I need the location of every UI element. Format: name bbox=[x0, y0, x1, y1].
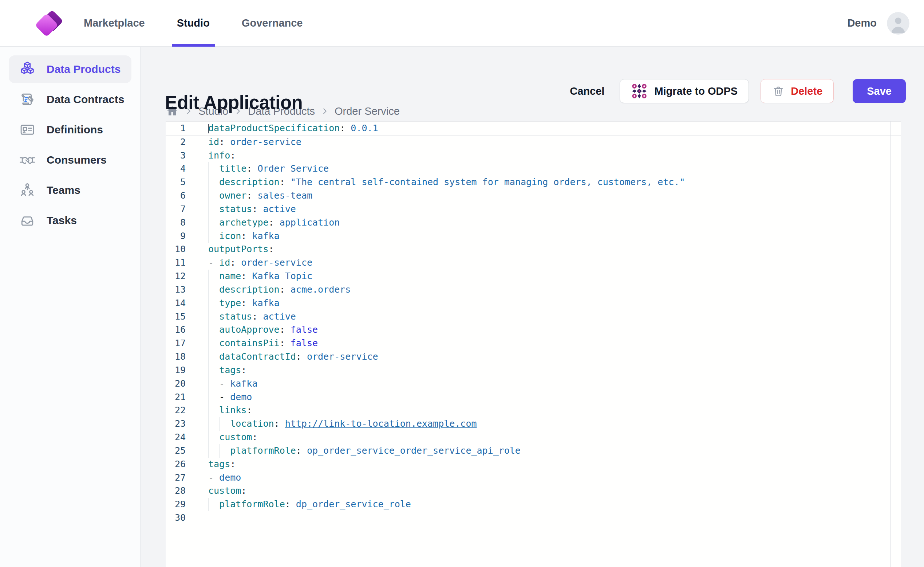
code-line: 10outputPorts: bbox=[166, 243, 901, 256]
line-number: 15 bbox=[166, 310, 186, 323]
line-number: 23 bbox=[166, 417, 186, 431]
line-number: 11 bbox=[166, 256, 186, 270]
line-number: 26 bbox=[166, 458, 186, 471]
code-line: 2id: order-service bbox=[166, 135, 901, 149]
code-line: 23location: http://link-to-location.exam… bbox=[166, 417, 901, 431]
line-number: 6 bbox=[166, 189, 186, 203]
main-content: Studio Data Products Order Service Edit … bbox=[141, 47, 924, 567]
line-number: 30 bbox=[166, 511, 186, 525]
breadcrumb-order-service[interactable]: Order Service bbox=[334, 105, 400, 117]
sidebar-item-data-products[interactable]: Data Products bbox=[9, 56, 131, 83]
indent-guide bbox=[208, 270, 219, 283]
indent-guide bbox=[208, 431, 219, 444]
code-line: 26tags: bbox=[166, 458, 901, 471]
indent-guide bbox=[208, 216, 219, 230]
avatar[interactable] bbox=[887, 12, 909, 35]
code-line: 30 bbox=[166, 511, 901, 525]
indent-guide bbox=[208, 189, 219, 203]
indent-guide bbox=[208, 350, 219, 364]
sidebar-item-label: Teams bbox=[46, 184, 81, 196]
code-line: 22links: bbox=[166, 404, 901, 417]
team-icon bbox=[19, 182, 36, 199]
code-line: 1dataProductSpecification: 0.0.1 bbox=[166, 121, 901, 135]
line-number: 29 bbox=[166, 498, 186, 511]
line-number: 12 bbox=[166, 270, 186, 283]
indent-guide bbox=[208, 404, 219, 417]
contract-icon bbox=[19, 91, 36, 108]
delete-button[interactable]: Delete bbox=[760, 79, 834, 103]
cancel-button[interactable]: Cancel bbox=[570, 79, 604, 103]
line-number: 24 bbox=[166, 431, 186, 444]
text-cursor bbox=[208, 124, 209, 133]
code-line: 17containsPii: false bbox=[166, 337, 901, 350]
line-number: 1 bbox=[166, 122, 186, 135]
code-line: 11- id: order-service bbox=[166, 256, 901, 270]
code-line: 7status: active bbox=[166, 203, 901, 216]
sidebar-item-teams[interactable]: Teams bbox=[9, 176, 131, 204]
code-line: 21- demo bbox=[166, 391, 901, 404]
sidebar: Data Products Data Contracts Definitions bbox=[0, 47, 141, 567]
indent-guide bbox=[208, 444, 219, 458]
code-line: 12name: Kafka Topic bbox=[166, 270, 901, 283]
line-number: 16 bbox=[166, 323, 186, 337]
line-number: 25 bbox=[166, 444, 186, 458]
sidebar-item-label: Consumers bbox=[46, 154, 106, 166]
sidebar-item-consumers[interactable]: Consumers bbox=[9, 146, 131, 174]
top-nav: Marketplace Studio Governance Demo bbox=[0, 0, 924, 47]
line-number: 2 bbox=[166, 135, 186, 149]
line-number: 3 bbox=[166, 149, 186, 162]
chevron-right-icon bbox=[321, 107, 329, 115]
code-line: 9icon: kafka bbox=[166, 230, 901, 243]
indent-guide bbox=[208, 417, 219, 431]
code-line: 29platformRole: dp_order_service_role bbox=[166, 498, 901, 511]
user-name[interactable]: Demo bbox=[847, 17, 877, 29]
indent-guide bbox=[208, 203, 219, 216]
code-line: 25platformRole: op_order_service_order_s… bbox=[166, 444, 901, 458]
line-number: 8 bbox=[166, 216, 186, 230]
migrate-to-odps-button[interactable]: Migrate to ODPS bbox=[620, 79, 749, 103]
nav-item-marketplace[interactable]: Marketplace bbox=[84, 0, 145, 47]
line-number: 18 bbox=[166, 350, 186, 364]
sidebar-item-label: Tasks bbox=[46, 214, 77, 227]
line-number: 10 bbox=[166, 243, 186, 256]
code-line: 6owner: sales-team bbox=[166, 189, 901, 203]
line-number: 28 bbox=[166, 484, 186, 498]
sidebar-item-tasks[interactable]: Tasks bbox=[9, 207, 131, 234]
definition-card-icon bbox=[19, 121, 36, 138]
line-number: 27 bbox=[166, 471, 186, 485]
nav-item-studio[interactable]: Studio bbox=[177, 0, 210, 47]
line-number: 14 bbox=[166, 296, 186, 310]
code-line: 16autoApprove: false bbox=[166, 323, 901, 337]
line-number: 22 bbox=[166, 404, 186, 417]
line-number: 17 bbox=[166, 337, 186, 350]
code-line: 8archetype: application bbox=[166, 216, 901, 230]
indent-guide bbox=[219, 417, 230, 431]
location-link[interactable]: http://link-to-location.example.com bbox=[285, 418, 477, 429]
line-number: 13 bbox=[166, 283, 186, 296]
cubes-icon bbox=[19, 61, 36, 78]
code-line: 27- demo bbox=[166, 471, 901, 485]
save-button[interactable]: Save bbox=[853, 79, 906, 103]
indent-guide bbox=[208, 498, 219, 511]
app-logo-icon[interactable] bbox=[31, 6, 66, 41]
code-line: 28custom: bbox=[166, 484, 901, 498]
sidebar-item-definitions[interactable]: Definitions bbox=[9, 116, 131, 144]
code-line: 15status: active bbox=[166, 310, 901, 323]
primary-nav: Marketplace Studio Governance bbox=[84, 0, 303, 47]
sidebar-item-label: Data Products bbox=[46, 63, 120, 75]
line-number: 9 bbox=[166, 230, 186, 243]
nav-item-governance[interactable]: Governance bbox=[242, 0, 303, 47]
handshake-icon bbox=[19, 152, 36, 168]
indent-guide bbox=[208, 323, 219, 337]
yaml-editor[interactable]: 1dataProductSpecification: 0.0.12id: ord… bbox=[166, 121, 901, 567]
indent-guide bbox=[208, 296, 219, 310]
indent-guide bbox=[208, 283, 219, 296]
trash-icon bbox=[772, 84, 785, 98]
line-number: 7 bbox=[166, 203, 186, 216]
sidebar-item-data-contracts[interactable]: Data Contracts bbox=[9, 86, 131, 113]
code-line: 19tags: bbox=[166, 364, 901, 377]
line-number: 20 bbox=[166, 377, 186, 391]
sidebar-item-label: Definitions bbox=[46, 123, 103, 136]
code-line: 14type: kafka bbox=[166, 296, 901, 310]
indent-guide bbox=[219, 444, 230, 458]
